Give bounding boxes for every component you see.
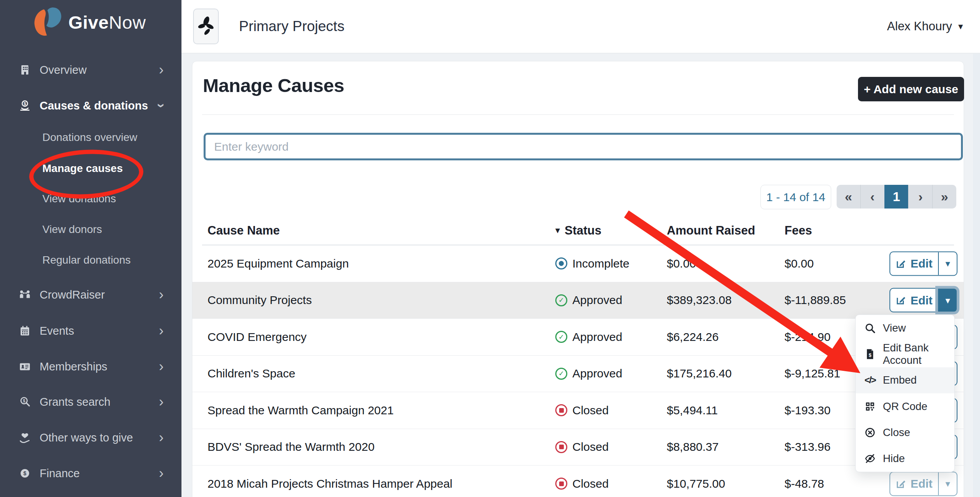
amount-raised-value: $6,224.26 <box>667 330 718 344</box>
svg-text:$: $ <box>23 470 26 476</box>
menu-item-edit-bank-account[interactable]: $ Edit Bank Account <box>856 341 954 367</box>
sidebar-subitem-manage-causes[interactable]: Manage causes <box>0 158 181 179</box>
amount-raised-value: $389,323.08 <box>667 294 732 307</box>
cause-name: Children's Space <box>208 367 295 380</box>
fees-value: $-48.78 <box>785 477 824 490</box>
user-menu[interactable]: Alex Khoury <box>887 19 963 33</box>
status-icon <box>555 404 567 416</box>
menu-item-view[interactable]: View <box>856 315 954 341</box>
first-page-button[interactable]: « <box>837 185 860 209</box>
svg-text:$: $ <box>868 353 871 358</box>
finance-icon: $ <box>18 466 32 480</box>
amount-raised-value: $8,880.37 <box>667 440 718 454</box>
edit-button[interactable]: Edit <box>890 472 938 495</box>
fees-value: $-193.30 <box>785 404 830 417</box>
edit-button-group: Edit <box>889 251 957 276</box>
donation-icon: $ <box>18 99 32 113</box>
column-cause-name: Cause Name <box>208 224 280 238</box>
status-icon <box>555 294 567 306</box>
givenow-heart-icon <box>33 6 62 38</box>
sidebar-item-crowdraiser[interactable]: CrowdRaiser › <box>0 283 181 306</box>
table-row: 2025 Equipment Campaign Incomplete $0.00… <box>192 245 964 282</box>
menu-item-close[interactable]: Close <box>856 419 954 445</box>
user-name: Alex Khoury <box>887 19 952 33</box>
status-badge: Closed <box>555 404 609 417</box>
manage-causes-panel: Manage Causes + Add new cause 1 - 14 of … <box>192 61 964 497</box>
scrollbar-track[interactable] <box>973 54 980 497</box>
row-action-menu: View $ Edit Bank Account </> Embed QR Co… <box>855 315 955 472</box>
menu-item-embed[interactable]: </> Embed <box>856 367 954 393</box>
sidebar: GiveNow Overview › $ Causes & donations … <box>0 0 181 497</box>
edit-button[interactable]: Edit <box>890 252 938 275</box>
edit-button[interactable]: Edit <box>890 289 938 312</box>
close-circle-icon <box>863 426 877 439</box>
status-label: Incomplete <box>572 257 630 270</box>
edit-dropdown-toggle[interactable] <box>938 289 957 312</box>
code-icon: </> <box>863 374 877 387</box>
status-label: Closed <box>572 404 609 417</box>
sidebar-subitem-regular-donations[interactable]: Regular donations <box>0 250 181 271</box>
table-row: BDVS' Spread the Warmth 2020 Closed $8,8… <box>192 429 964 466</box>
sidebar-item-grants-search[interactable]: $ Grants search › <box>0 390 181 414</box>
eye-slash-icon <box>863 452 877 465</box>
search-icon <box>863 321 877 335</box>
sidebar-item-causes-donations[interactable]: $ Causes & donations › <box>0 94 181 117</box>
menu-item-qr-code[interactable]: QR Code <box>856 393 954 419</box>
last-page-button[interactable]: » <box>932 185 956 209</box>
status-icon <box>555 331 567 343</box>
sidebar-item-memberships[interactable]: Memberships › <box>0 355 181 378</box>
amount-raised-value: $175,216.40 <box>667 367 732 380</box>
givenow-logo[interactable]: GiveNow <box>33 6 146 38</box>
caret-down-icon <box>958 21 963 32</box>
fees-value: $0.00 <box>785 257 814 270</box>
pencil-square-icon <box>896 295 906 306</box>
table-row: 2018 Micah Projects Christmas Hamper App… <box>192 466 964 497</box>
table-row: Children's Space Approved $175,216.40 $-… <box>192 356 964 393</box>
svg-text:$: $ <box>23 398 25 403</box>
page-1-button[interactable]: 1 <box>884 185 909 209</box>
fees-value: $-313.96 <box>785 440 830 454</box>
building-icon <box>18 63 32 77</box>
sidebar-subitem-view-donations[interactable]: View donations <box>0 188 181 209</box>
sidebar-item-finance[interactable]: $ Finance › <box>0 462 181 485</box>
sidebar-item-events[interactable]: Events › <box>0 319 181 342</box>
edit-button-group: Edit <box>889 288 957 313</box>
pencil-square-icon <box>896 478 906 489</box>
menu-item-hide[interactable]: Hide <box>856 446 954 472</box>
cause-name: Community Projects <box>208 294 312 307</box>
org-name: Primary Projects <box>239 18 344 35</box>
pagination-range: 1 - 14 of 14 <box>760 185 831 209</box>
status-icon <box>555 257 567 269</box>
sidebar-subitem-donations-overview[interactable]: Donations overview <box>0 127 181 148</box>
add-new-cause-button[interactable]: + Add new cause <box>858 77 964 101</box>
givenow-wordmark: GiveNow <box>68 12 146 33</box>
sidebar-subitem-view-donors[interactable]: View donors <box>0 219 181 240</box>
top-header: Primary Projects Alex Khoury <box>181 0 980 54</box>
edit-dropdown-toggle[interactable] <box>938 252 957 275</box>
status-badge: Closed <box>555 440 609 454</box>
status-icon <box>555 368 567 380</box>
svg-text:$: $ <box>24 101 26 106</box>
column-status-sorted[interactable]: Status <box>555 224 602 238</box>
sidebar-item-overview[interactable]: Overview › <box>0 58 181 82</box>
status-badge: Approved <box>555 367 622 380</box>
status-badge: Incomplete <box>555 257 630 270</box>
column-fees: Fees <box>785 224 812 238</box>
cause-name: Spread the Warmth Campaign 2021 <box>208 404 394 417</box>
calendar-icon <box>18 324 32 338</box>
page-title: Manage Causes <box>203 75 344 96</box>
table-row: Spread the Warmth Campaign 2021 Closed $… <box>192 392 964 429</box>
hand-heart-icon <box>18 431 32 445</box>
divider <box>202 114 954 115</box>
org-logo <box>193 9 219 44</box>
next-page-button[interactable]: › <box>908 185 932 209</box>
sidebar-item-other-ways-to-give[interactable]: Other ways to give › <box>0 426 181 449</box>
prev-page-button[interactable]: ‹ <box>860 185 884 209</box>
amount-raised-value: $10,775.00 <box>667 477 725 490</box>
edit-dropdown-toggle[interactable] <box>938 472 957 495</box>
grants-search-icon: $ <box>18 395 32 409</box>
column-amount-raised: Amount Raised <box>667 224 755 238</box>
keyword-search-input[interactable] <box>204 133 963 160</box>
status-label: Closed <box>572 477 609 490</box>
leaf-mark-icon <box>198 16 214 37</box>
